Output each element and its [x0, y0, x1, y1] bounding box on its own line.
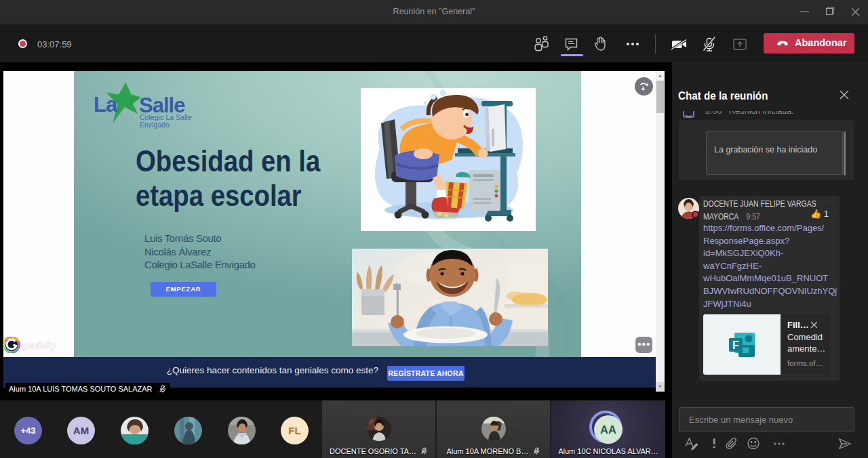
- svg-text:Envigado: Envigado: [140, 121, 170, 129]
- svg-text:genially: genially: [22, 340, 56, 350]
- svg-text:La: La: [94, 93, 118, 117]
- svg-text:F: F: [732, 339, 739, 351]
